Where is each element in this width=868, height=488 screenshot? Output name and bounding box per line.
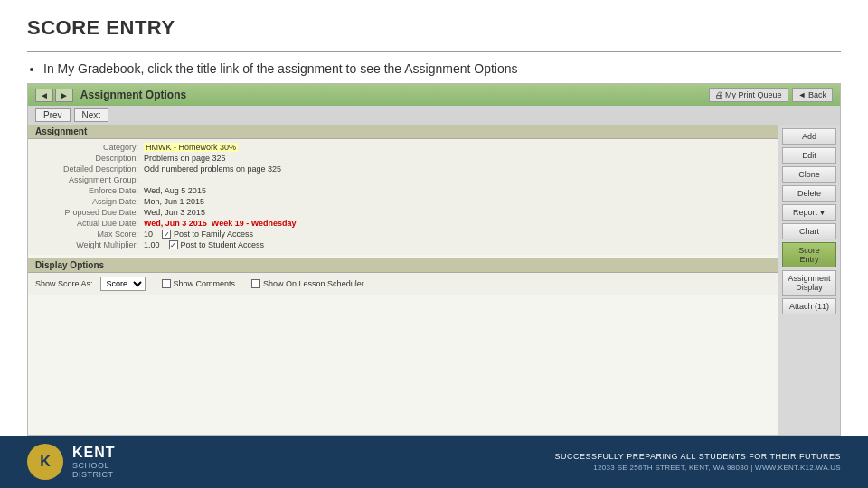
attach-button[interactable]: Attach (11) — [782, 298, 836, 314]
clone-button[interactable]: Clone — [782, 166, 836, 183]
form-value-category: HMWK - Homework 30% — [144, 143, 238, 152]
delete-button[interactable]: Delete — [782, 185, 836, 202]
logo-kent: KENT — [72, 445, 116, 461]
score-entry-button[interactable]: ScoreEntry — [782, 242, 836, 267]
nav-arrow-right[interactable]: ► — [55, 89, 73, 102]
display-options-row: Show Score As: Score Show Comments Show … — [28, 273, 778, 295]
form-row-category: Category: HMWK - Homework 30% — [35, 143, 771, 152]
display-section-header: Display Options — [28, 258, 778, 273]
ao-actions: Add Edit Clone Delete Report ▼ Chart Sco… — [778, 125, 840, 435]
checkbox-show-comments-box[interactable] — [162, 279, 171, 288]
screenshot-inner: ◄ ► Assignment Options 🖨 My Print Queue … — [28, 84, 840, 435]
footer-text: SUCCESSFULLY PREPARING ALL STUDENTS FOR … — [554, 452, 841, 472]
logo-subtitle-school: SCHOOL — [72, 461, 116, 470]
ao-toolbar: Prev Next — [28, 106, 840, 125]
ao-nav-arrows: ◄ ► — [35, 89, 73, 102]
form-label-category: Category: — [35, 143, 144, 152]
form-row-weight: Weight Multiplier: 1.00 ✓ Post to Studen… — [35, 240, 771, 249]
form-label-assignment-group: Assignment Group: — [35, 175, 144, 184]
checkbox-show-lesson-box[interactable] — [251, 279, 260, 288]
chart-button[interactable]: Chart — [782, 223, 836, 239]
form-label-description: Description: — [35, 154, 144, 163]
form-row-assign-date: Assign Date: Mon, Jun 1 2015 — [35, 197, 771, 206]
form-row-description: Description: Problems on page 325 — [35, 154, 771, 163]
form-value-assign-date: Mon, Jun 1 2015 — [144, 197, 204, 206]
ao-form: Assignment Category: HMWK - Homework 30%… — [28, 125, 778, 435]
print-queue-button[interactable]: 🖨 My Print Queue — [709, 88, 788, 102]
form-value-description: Problems on page 325 — [144, 154, 226, 163]
instruction-area: In My Gradebook, click the title link of… — [0, 52, 868, 83]
display-section: Display Options Show Score As: Score Sho… — [28, 258, 778, 295]
checkbox-show-comments[interactable]: Show Comments — [162, 279, 236, 288]
logo-text: KENT SCHOOL DISTRICT — [72, 445, 116, 479]
ao-content: Assignment Category: HMWK - Homework 30%… — [28, 125, 840, 435]
checkbox-student-access-box[interactable]: ✓ — [169, 240, 178, 249]
form-label-assign-date: Assign Date: — [35, 197, 144, 206]
logo-subtitle-district: DISTRICT — [72, 470, 116, 479]
report-button[interactable]: Report ▼ — [782, 204, 836, 221]
show-score-as-label: Show Score As: — [35, 279, 93, 288]
form-value-max-score: 10 — [144, 230, 153, 239]
form-row-proposed-due: Proposed Due Date: Wed, Jun 3 2015 — [35, 208, 771, 217]
next-button[interactable]: Next — [74, 108, 109, 122]
form-row-detailed-desc: Detailed Description: Odd numbered probl… — [35, 164, 771, 174]
show-score-as-select[interactable]: Score — [100, 277, 146, 291]
checkbox-show-comments-label: Show Comments — [174, 279, 236, 288]
form-label-enforce-date: Enforce Date: — [35, 186, 144, 195]
kent-logo-icon: K — [29, 446, 61, 478]
ao-nav-right: 🖨 My Print Queue ◄ Back — [709, 88, 833, 102]
footer-tagline: SUCCESSFULLY PREPARING ALL STUDENTS FOR … — [554, 452, 841, 461]
report-dropdown-arrow: ▼ — [819, 210, 826, 216]
assignment-display-button[interactable]: AssignmentDisplay — [782, 270, 836, 296]
checkbox-show-lesson[interactable]: Show On Lesson Scheduler — [251, 279, 364, 288]
back-button[interactable]: ◄ Back — [792, 88, 833, 102]
form-row-enforce-date: Enforce Date: Wed, Aug 5 2015 — [35, 186, 771, 195]
form-label-max-score: Max Score: — [35, 230, 144, 239]
form-label-detailed-desc: Detailed Description: — [35, 164, 144, 174]
report-label: Report — [793, 208, 817, 217]
checkbox-family-access-box[interactable]: ✓ — [162, 230, 171, 239]
nav-arrow-left[interactable]: ◄ — [35, 89, 53, 102]
form-label-proposed-due: Proposed Due Date: — [35, 208, 144, 217]
ao-header: ◄ ► Assignment Options 🖨 My Print Queue … — [28, 84, 840, 106]
prev-button[interactable]: Prev — [35, 108, 71, 122]
edit-button[interactable]: Edit — [782, 147, 836, 164]
form-label-weight: Weight Multiplier: — [35, 240, 144, 249]
form-label-actual-due: Actual Due Date: — [35, 219, 144, 228]
add-button[interactable]: Add — [782, 128, 836, 145]
checkbox-student-access[interactable]: ✓ Post to Student Access — [169, 240, 265, 249]
footer-address: 12033 SE 256TH STREET, KENT, WA 98030 | … — [554, 464, 841, 472]
form-area: Category: HMWK - Homework 30% Descriptio… — [28, 139, 778, 255]
form-value-detailed-desc: Odd numbered problems on page 325 — [144, 164, 281, 174]
page-footer: K KENT SCHOOL DISTRICT SUCCESSFULLY PREP… — [0, 436, 868, 488]
checkbox-show-lesson-label: Show On Lesson Scheduler — [263, 279, 364, 288]
ao-nav-left: ◄ ► Assignment Options — [35, 89, 186, 102]
ao-title: Assignment Options — [80, 89, 186, 101]
instruction-text: In My Gradebook, click the title link of… — [43, 61, 841, 76]
form-value-enforce-date: Wed, Aug 5 2015 — [144, 186, 206, 195]
page-header: SCORE ENTRY — [0, 0, 868, 45]
checkbox-family-access-label: Post to Family Access — [174, 230, 253, 239]
checkbox-student-access-label: Post to Student Access — [181, 240, 265, 249]
svg-text:K: K — [40, 454, 51, 469]
form-value-actual-due: Wed, Jun 3 2015 Week 19 - Wednesday — [144, 219, 297, 228]
assignment-section-header: Assignment — [28, 125, 778, 139]
checkbox-family-access[interactable]: ✓ Post to Family Access — [162, 230, 253, 239]
form-row-actual-due: Actual Due Date: Wed, Jun 3 2015 Week 19… — [35, 219, 771, 228]
form-row-max-score: Max Score: 10 ✓ Post to Family Access — [35, 230, 771, 239]
logo-circle: K — [27, 444, 63, 480]
form-row-assignment-group: Assignment Group: — [35, 175, 771, 184]
form-value-weight: 1.00 — [144, 240, 160, 249]
page-title: SCORE ENTRY — [27, 16, 841, 40]
footer-logo: K KENT SCHOOL DISTRICT — [27, 444, 116, 480]
screenshot-frame: ◄ ► Assignment Options 🖨 My Print Queue … — [27, 83, 841, 436]
form-value-proposed-due: Wed, Jun 3 2015 — [144, 208, 205, 217]
